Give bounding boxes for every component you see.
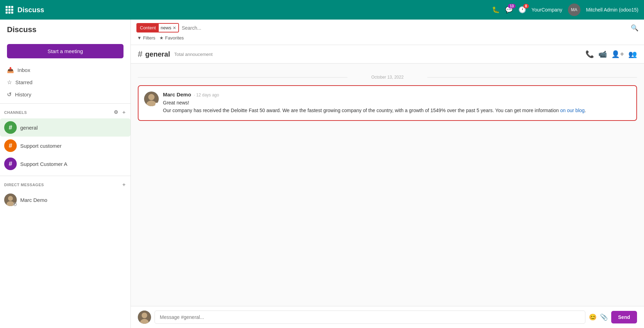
history-icon: ↺: [7, 91, 12, 98]
add-member-icon-button[interactable]: 👤+: [611, 50, 624, 58]
svg-point-4: [148, 94, 155, 100]
user-avatar[interactable]: MA: [568, 3, 581, 16]
channel-item-support-customer[interactable]: # Support customer: [0, 137, 130, 155]
bug-icon-button[interactable]: 🐛: [492, 6, 500, 14]
search-input[interactable]: [182, 24, 628, 32]
channels-label: CHANNELS: [4, 110, 114, 115]
sidebar-item-history-label: History: [15, 92, 31, 97]
message-input[interactable]: [155, 311, 585, 324]
search-filter-chip: Content news ✕: [136, 23, 179, 32]
user-name[interactable]: Mitchell Admin (odoo15): [586, 7, 638, 13]
favorites-star-icon: ★: [159, 35, 164, 41]
channels-actions: ⚙ ＋: [114, 109, 126, 116]
search-filter-row: ▼ Filters ★ Favorites: [136, 35, 638, 41]
channel-avatar-support-customer: #: [4, 139, 17, 152]
message-input-area: 😊 📎 Send: [131, 306, 644, 328]
star-icon: ☆: [7, 79, 12, 86]
channel-avatar-support-customer-a: #: [4, 158, 17, 170]
app-brand: Discuss: [6, 6, 44, 14]
svg-point-7: [142, 313, 147, 318]
dm-label: DIRECT MESSAGES: [4, 183, 121, 187]
message-blog-link[interactable]: on our blog: [560, 108, 585, 113]
filters-button[interactable]: ▼ Filters: [137, 35, 155, 41]
video-icon-button[interactable]: 📹: [598, 50, 607, 58]
dm-name-marc-demo: Marc Demo: [20, 197, 47, 203]
search-row: Content news ✕ 🔍: [136, 23, 638, 32]
message-period: .: [585, 108, 586, 113]
channels-add-icon[interactable]: ＋: [121, 109, 127, 116]
message-sender: Marc Demo: [163, 92, 191, 97]
message-time: · 12 days ago: [194, 93, 219, 97]
message-avatar: [144, 92, 159, 106]
svg-point-1: [8, 196, 13, 201]
messages-badge: 13: [508, 4, 515, 8]
channels-settings-icon[interactable]: ⚙: [114, 109, 119, 116]
members-icon-button[interactable]: 👥: [628, 50, 637, 58]
company-name[interactable]: YourCompany: [532, 7, 562, 13]
input-user-avatar: [138, 311, 151, 324]
channel-avatar-general: #: [4, 121, 17, 134]
search-submit-button[interactable]: 🔍: [631, 24, 638, 32]
message-card: Marc Demo · 12 days ago Great news! Our …: [138, 85, 637, 121]
emoji-button[interactable]: 😊: [589, 313, 597, 321]
channel-item-general[interactable]: # general: [0, 118, 130, 137]
start-meeting-button[interactable]: Start a meeting: [7, 44, 123, 58]
chip-label: Content: [137, 24, 159, 32]
app-layout: Discuss Start a meeting 📥 Inbox ☆ Starre…: [0, 20, 644, 328]
channel-actions: 📞 📹 👤+ 👥: [585, 50, 637, 58]
message-line-1: Great news!: [163, 100, 189, 105]
dm-avatar-wrap: [4, 194, 17, 206]
app-title: Discuss: [17, 6, 44, 14]
sidebar-item-starred-label: Starred: [15, 79, 32, 85]
main-area: Content news ✕ 🔍 ▼ Filters ★ Favorites: [131, 20, 644, 328]
sidebar-navigation: 📥 Inbox ☆ Starred ↺ History: [0, 64, 130, 101]
channel-item-support-customer-a[interactable]: # Support Customer A: [0, 155, 130, 173]
channel-name-support-customer: Support customer: [20, 143, 61, 149]
clock-icon-button[interactable]: 🕐 8: [518, 6, 526, 14]
chat-area: October 13, 2022 Marc Demo · 12 days ago…: [131, 64, 644, 306]
top-nav-right: 🐛 💬 13 🕐 8 YourCompany MA Mitchell Admin…: [492, 3, 638, 16]
chip-value: news ✕: [159, 24, 178, 32]
msg-online-dot: [155, 103, 159, 106]
channel-subtitle: Total annoucement: [174, 52, 213, 57]
phone-icon-button[interactable]: 📞: [585, 50, 594, 58]
sidebar-header: Discuss: [0, 20, 130, 40]
message-header: Marc Demo · 12 days ago: [163, 92, 631, 97]
channel-name-general: general: [20, 125, 38, 131]
dm-item-marc-demo[interactable]: Marc Demo: [0, 191, 130, 209]
grid-icon[interactable]: [6, 6, 13, 14]
top-nav: Discuss 🐛 💬 13 🕐 8 YourCompany MA Mitche…: [0, 0, 644, 20]
sidebar: Discuss Start a meeting 📥 Inbox ☆ Starre…: [0, 20, 131, 328]
channel-name-header: general: [145, 50, 170, 58]
dm-section-header: DIRECT MESSAGES ＋: [0, 179, 130, 191]
send-button[interactable]: Send: [611, 311, 637, 323]
chip-value-text: news: [161, 25, 171, 30]
sidebar-item-inbox[interactable]: 📥 Inbox: [3, 64, 128, 76]
clock-badge: 8: [523, 4, 529, 8]
divider-dm: [0, 176, 130, 176]
favorites-button[interactable]: ★ Favorites: [159, 35, 184, 41]
dm-actions: ＋: [121, 182, 127, 188]
messages-icon-button[interactable]: 💬 13: [505, 6, 513, 14]
page-title: Discuss: [7, 25, 36, 34]
inbox-icon: 📥: [7, 67, 14, 73]
channel-name-support-customer-a: Support Customer A: [20, 161, 67, 167]
sidebar-item-history[interactable]: ↺ History: [3, 88, 128, 101]
filters-label: Filters: [143, 35, 155, 41]
chip-close-icon[interactable]: ✕: [173, 25, 176, 30]
message-text: Great news! Our company has received the…: [163, 99, 631, 115]
attachment-button[interactable]: 📎: [600, 313, 608, 321]
message-line-2: Our company has received the Deloitte Fa…: [163, 108, 559, 113]
favorites-label: Favorites: [165, 35, 184, 41]
channel-hash-icon: #: [138, 49, 142, 59]
dm-add-icon[interactable]: ＋: [121, 182, 127, 188]
search-bar: Content news ✕ 🔍 ▼ Filters ★ Favorites: [131, 20, 644, 45]
dm-offline-dot: [13, 203, 17, 206]
date-separator: October 13, 2022: [138, 75, 637, 80]
channel-header: # general Total annoucement 📞 📹 👤+ 👥: [131, 45, 644, 64]
message-body: Marc Demo · 12 days ago Great news! Our …: [163, 92, 631, 115]
divider-channels: [0, 103, 130, 104]
sidebar-item-starred[interactable]: ☆ Starred: [3, 76, 128, 88]
channels-section-header: CHANNELS ⚙ ＋: [0, 107, 130, 118]
filter-funnel-icon: ▼: [137, 35, 142, 41]
